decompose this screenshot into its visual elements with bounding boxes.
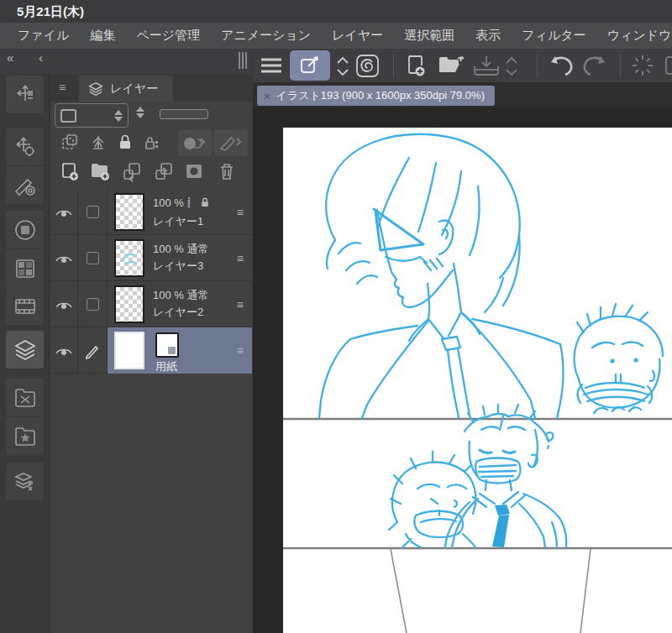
transfer-to-layer-icon[interactable] xyxy=(121,160,143,182)
layer-name: レイヤー3 xyxy=(153,259,203,272)
sidebar-tool-settings-icon[interactable] xyxy=(6,128,44,165)
sidebar-layer-property-icon[interactable] xyxy=(6,463,44,500)
document-tab[interactable]: × イラスト193 (900 x 1600px 350dpi 79.0%) xyxy=(257,86,495,106)
sidebar-layer-icon[interactable] xyxy=(6,331,44,369)
palette-menu-icon[interactable]: ≡ xyxy=(59,81,66,94)
canvas-region: × イラスト193 (900 x 1600px 350dpi 79.0%) xyxy=(253,49,672,633)
new-folder-icon[interactable] xyxy=(89,160,111,182)
titlebar: 5月21日(木) xyxy=(0,0,672,23)
create-mask-icon[interactable] xyxy=(183,160,205,182)
layer-thumbnail[interactable] xyxy=(114,285,144,323)
layer-thumbnail[interactable] xyxy=(114,239,144,277)
object-tool-button[interactable] xyxy=(290,50,330,81)
paper-thumbnail[interactable] xyxy=(114,332,144,369)
sidebar-navigator-icon[interactable] xyxy=(6,211,44,248)
layer-info: 100 % 通常 レイヤー1 xyxy=(153,195,211,230)
blend-mode-select[interactable] xyxy=(55,103,129,128)
layer-palette: ≡ レイヤー xyxy=(50,74,252,633)
system-date: 5月21日(木) xyxy=(17,4,84,18)
panel-drag-handle[interactable] xyxy=(239,52,247,69)
collapse-all-icon[interactable]: « xyxy=(7,50,13,65)
blend-controls xyxy=(50,102,252,130)
combine-to-layer-icon[interactable] xyxy=(153,160,175,182)
tab-layer[interactable]: レイヤー xyxy=(79,76,173,102)
layer-checkbox[interactable] xyxy=(78,189,108,235)
layer-row-menu-icon[interactable]: ≡ xyxy=(237,298,244,311)
palette-sidebar xyxy=(0,74,50,633)
menu-animation[interactable]: アニメーション xyxy=(221,28,311,44)
clipped-toolbar-icon xyxy=(664,55,672,76)
command-bar xyxy=(253,49,672,82)
lock-transparent-icon[interactable] xyxy=(143,133,161,151)
layer-thumbnail[interactable] xyxy=(114,193,144,231)
delete-layer-icon[interactable] xyxy=(217,160,237,182)
layer-opacity: 100 % xyxy=(153,289,184,301)
layer-checkbox[interactable] xyxy=(78,235,108,281)
sidebar-sub-tool-icon[interactable] xyxy=(6,166,44,204)
layer-row-menu-icon[interactable]: ≡ xyxy=(237,206,244,219)
paper-layer-icon xyxy=(155,332,179,358)
sidebar-material-favorite-icon[interactable] xyxy=(6,417,44,455)
menu-edit[interactable]: 編集 xyxy=(90,28,115,44)
layer-row-1[interactable]: 100 % 通常 レイヤー1 ≡ xyxy=(50,189,252,235)
open-file-icon[interactable] xyxy=(438,55,465,76)
visibility-eye-icon[interactable] xyxy=(50,327,78,374)
layer-lock-icon xyxy=(199,196,211,213)
sidebar-timeline-icon[interactable] xyxy=(6,287,44,325)
object-tool-icon xyxy=(299,55,321,76)
sidebar-material-cut-icon[interactable] xyxy=(6,379,44,416)
layer-row-paper[interactable]: 用紙 ≡ xyxy=(50,327,252,374)
layer-checkbox[interactable] xyxy=(78,281,108,327)
menu-layer[interactable]: レイヤー xyxy=(332,28,383,44)
toolbar-divider xyxy=(620,54,621,77)
menu-page-manage[interactable]: ページ管理 xyxy=(136,28,200,44)
visibility-eye-icon[interactable] xyxy=(50,281,78,327)
visibility-eye-icon[interactable] xyxy=(50,235,78,281)
layer-blend: 通常 xyxy=(187,289,209,301)
menu-window[interactable]: ウィンドウ xyxy=(607,28,672,44)
layer-row-menu-icon[interactable]: ≡ xyxy=(237,344,244,358)
undo-icon[interactable] xyxy=(547,55,575,76)
reference-layer-icon[interactable] xyxy=(89,133,108,151)
opacity-stepper[interactable] xyxy=(136,107,144,118)
layer-row-3[interactable]: 100 % 通常 レイヤー2 ≡ xyxy=(50,281,252,327)
save-icon[interactable] xyxy=(471,55,501,77)
layer-lock-row xyxy=(50,130,252,158)
sidebar-tool-property-icon[interactable] xyxy=(6,76,44,113)
blend-swatch-icon xyxy=(60,109,76,123)
enable-mask-icon[interactable] xyxy=(178,130,212,156)
menu-file[interactable]: ファイル xyxy=(18,28,69,44)
visibility-eye-icon[interactable] xyxy=(50,189,78,235)
layer-row-2[interactable]: 100 % 通常 レイヤー3 ≡ xyxy=(50,235,252,281)
clip-studio-icon[interactable] xyxy=(355,54,380,78)
sidebar-color-set-icon[interactable] xyxy=(6,249,44,287)
layer-blend: 通常 xyxy=(187,243,209,255)
sync-spinner-icon xyxy=(631,54,654,77)
layer-info: 100 % 通常 レイヤー2 xyxy=(153,287,209,321)
canvas[interactable] xyxy=(283,128,672,633)
menu-filter[interactable]: フィルター xyxy=(522,28,585,44)
tab-close-icon[interactable]: × xyxy=(264,90,270,102)
layer-list: 100 % 通常 レイヤー1 ≡ 100 % xyxy=(50,189,252,374)
menubar: ファイル 編集 ページ管理 アニメーション レイヤー 選択範囲 表示 フィルター… xyxy=(0,23,672,49)
collapse-icon[interactable]: ‹ xyxy=(39,50,43,65)
layer-row-menu-icon[interactable]: ≡ xyxy=(237,252,244,265)
new-canvas-icon[interactable] xyxy=(404,54,431,78)
clip-to-layer-icon[interactable] xyxy=(60,133,79,151)
menu-selection[interactable]: 選択範囲 xyxy=(404,28,454,44)
opacity-slider[interactable] xyxy=(160,109,208,119)
main-menu-icon[interactable] xyxy=(260,56,283,75)
layer-name: レイヤー2 xyxy=(153,306,203,318)
redo-icon[interactable] xyxy=(580,55,609,76)
save-stepper-icon[interactable] xyxy=(503,55,520,77)
layer-palette-tabbar: ≡ レイヤー xyxy=(50,74,252,102)
mask-visibility-icon[interactable] xyxy=(214,130,248,156)
layer-blend: 通常 xyxy=(187,195,190,212)
left-dock: « ‹ xyxy=(0,49,252,633)
tool-stepper-icon[interactable] xyxy=(334,55,351,77)
layers-icon xyxy=(87,81,104,97)
menu-view[interactable]: 表示 xyxy=(475,28,501,44)
lock-layer-icon[interactable] xyxy=(116,133,134,151)
new-layer-icon[interactable] xyxy=(59,160,81,182)
toolbar-divider xyxy=(393,54,394,77)
